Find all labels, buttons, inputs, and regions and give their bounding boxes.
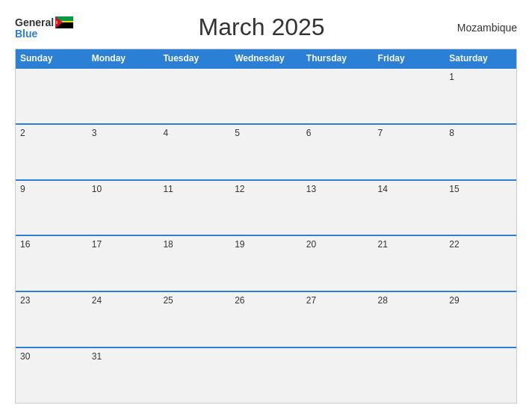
day-number-20: 20 [306, 239, 369, 250]
day-22: 22 [445, 236, 516, 291]
header-friday: Friday [374, 49, 445, 67]
day-number-14: 14 [378, 184, 441, 194]
day-number-17: 17 [92, 239, 155, 250]
day-number-31: 31 [92, 351, 155, 362]
week-row-3: 16171819202122 [16, 235, 516, 291]
day-number-29: 29 [449, 295, 512, 306]
day-17: 17 [87, 236, 159, 291]
empty-cell-5-6 [445, 348, 516, 403]
logo: General Blue [15, 16, 73, 39]
empty-cell-0-3 [230, 69, 302, 123]
day-number-23: 23 [20, 295, 83, 306]
header-tuesday: Tuesday [158, 49, 230, 67]
day-number-26: 26 [235, 295, 297, 306]
day-number-22: 22 [449, 239, 512, 250]
day-number-13: 13 [306, 184, 369, 194]
day-number-19: 19 [235, 239, 297, 250]
day-3: 3 [87, 125, 159, 179]
logo-general-text: General [15, 17, 54, 28]
week-row-4: 23242526272829 [16, 291, 516, 347]
header-monday: Monday [87, 49, 159, 67]
country-label: Mozambique [450, 22, 517, 34]
empty-cell-0-5 [374, 69, 445, 123]
day-18: 18 [158, 236, 230, 291]
day-21: 21 [374, 236, 445, 291]
empty-cell-5-2 [158, 348, 230, 403]
header-thursday: Thursday [302, 49, 374, 67]
week-row-5: 3031 [16, 347, 516, 403]
day-number-5: 5 [235, 128, 297, 138]
header-sunday: Sunday [16, 49, 87, 67]
day-number-11: 11 [163, 184, 226, 194]
logo-flag-icon [55, 16, 73, 28]
day-number-25: 25 [163, 295, 226, 306]
day-number-24: 24 [92, 295, 155, 306]
day-number-9: 9 [20, 184, 83, 194]
day-23: 23 [16, 292, 87, 347]
day-7: 7 [374, 125, 445, 179]
empty-cell-0-1 [87, 69, 159, 123]
day-16: 16 [16, 236, 87, 291]
empty-cell-5-4 [302, 348, 374, 403]
day-number-18: 18 [163, 239, 226, 250]
empty-cell-0-2 [158, 69, 230, 123]
day-number-12: 12 [235, 184, 297, 194]
day-25: 25 [158, 292, 230, 347]
day-8: 8 [445, 125, 516, 179]
week-row-0: 1 [16, 67, 516, 123]
day-number-30: 30 [20, 351, 83, 362]
week-row-1: 2345678 [16, 123, 516, 179]
day-27: 27 [302, 292, 374, 347]
day-10: 10 [87, 181, 159, 235]
day-14: 14 [374, 181, 445, 235]
day-number-27: 27 [306, 295, 369, 306]
day-1: 1 [445, 69, 516, 123]
day-9: 9 [16, 181, 87, 235]
empty-cell-0-4 [302, 69, 374, 123]
day-number-21: 21 [378, 239, 441, 250]
day-number-8: 8 [449, 128, 512, 138]
header-wednesday: Wednesday [230, 49, 302, 67]
day-number-2: 2 [20, 128, 83, 138]
day-number-6: 6 [306, 128, 369, 138]
day-6: 6 [302, 125, 374, 179]
day-number-4: 4 [163, 128, 226, 138]
day-number-10: 10 [92, 184, 155, 194]
day-15: 15 [445, 181, 516, 235]
day-number-16: 16 [20, 239, 83, 250]
calendar: Sunday Monday Tuesday Wednesday Thursday… [15, 49, 517, 404]
empty-cell-0-0 [16, 69, 87, 123]
day-4: 4 [158, 125, 230, 179]
header-saturday: Saturday [445, 49, 516, 67]
day-30: 30 [16, 348, 87, 403]
svg-rect-4 [56, 21, 58, 24]
page-title: March 2025 [73, 13, 450, 41]
day-19: 19 [230, 236, 302, 291]
logo-blue-text: Blue [15, 28, 37, 39]
day-number-1: 1 [449, 72, 512, 82]
day-number-7: 7 [378, 128, 441, 138]
day-24: 24 [87, 292, 159, 347]
calendar-header: Sunday Monday Tuesday Wednesday Thursday… [16, 49, 516, 67]
day-11: 11 [158, 181, 230, 235]
day-number-15: 15 [449, 184, 512, 194]
day-2: 2 [16, 125, 87, 179]
day-26: 26 [230, 292, 302, 347]
day-13: 13 [302, 181, 374, 235]
day-28: 28 [374, 292, 445, 347]
empty-cell-5-3 [230, 348, 302, 403]
calendar-page: General Blue March 2025 Mozambique Sunda… [0, 0, 532, 411]
day-12: 12 [230, 181, 302, 235]
week-row-2: 9101112131415 [16, 179, 516, 235]
day-20: 20 [302, 236, 374, 291]
day-5: 5 [230, 125, 302, 179]
day-number-28: 28 [378, 295, 441, 306]
day-29: 29 [445, 292, 516, 347]
page-header: General Blue March 2025 Mozambique [15, 13, 517, 41]
day-number-3: 3 [92, 128, 155, 138]
day-31: 31 [87, 348, 159, 403]
calendar-body: 1234567891011121314151617181920212223242… [16, 67, 516, 403]
empty-cell-5-5 [374, 348, 445, 403]
